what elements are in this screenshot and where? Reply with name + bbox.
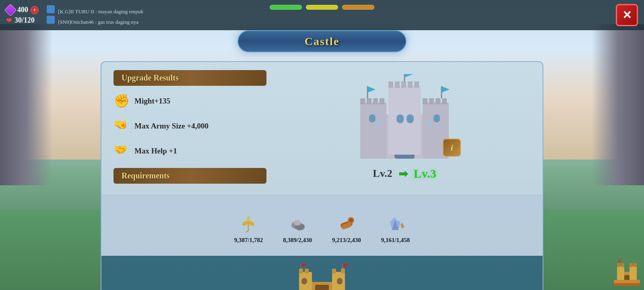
svg-rect-64 [621, 263, 624, 267]
chat-message-1: [K.G]II TURU II : mayan daging empuk [47, 5, 143, 15]
svg-rect-8 [380, 98, 384, 104]
svg-rect-65 [630, 263, 633, 267]
gem-plus-button[interactable]: + [31, 6, 39, 14]
svg-marker-45 [400, 223, 405, 229]
teal-panel: Castle Wall: Lv.2 Proceed [101, 256, 543, 290]
crystal-icon [386, 213, 406, 234]
svg-marker-59 [343, 264, 348, 267]
main-card: Upgrade Results ✊ Might+135 🤜 Max Army S… [101, 61, 543, 290]
arrow-icon: ➡ [398, 167, 408, 180]
svg-rect-16 [408, 81, 413, 88]
chat-message-2: [SN0]Onichan46 : gas trus daging nya [47, 16, 143, 25]
svg-point-33 [246, 218, 251, 221]
svg-rect-12 [442, 98, 447, 104]
svg-rect-52 [341, 269, 345, 273]
wheat-icon [238, 213, 258, 234]
chat-icon-1 [47, 5, 55, 13]
wheat-count: 9,387/1,782 [234, 237, 263, 244]
upgrade-item-army: 🤜 Max Army Size +4,000 [114, 118, 266, 134]
svg-marker-23 [367, 86, 376, 93]
dialog-title: Castle [305, 35, 340, 48]
center-panel: i Lv.2 ➡ Lv.3 [279, 70, 530, 191]
help-label: Max Help +1 [134, 147, 177, 155]
upgrade-item-help: 🤝 Max Help +1 [114, 143, 266, 159]
crystal-count: 9,161/1,458 [381, 237, 410, 244]
upgrade-results-header: Upgrade Results [114, 70, 266, 86]
bottom-right-castle-icon[interactable] [614, 260, 640, 286]
stone-icon [287, 213, 308, 234]
wood-icon [336, 213, 357, 234]
svg-rect-9 [423, 98, 427, 104]
svg-rect-14 [395, 81, 400, 88]
progress-bar-1 [270, 5, 302, 10]
svg-rect-10 [429, 98, 434, 104]
svg-rect-7 [373, 98, 378, 104]
chat-area: [K.G]II TURU II : mayan daging empuk [SN… [47, 5, 143, 25]
gem-icon [4, 4, 17, 16]
hp-display: 30/120 [14, 16, 35, 25]
resources-row: 9,387/1,782 8,389/2,430 [114, 207, 530, 250]
army-label: Max Army Size +4,000 [134, 122, 208, 130]
upgrade-panel: Upgrade Results ✊ Might+135 🤜 Max Army S… [114, 70, 266, 191]
level-from: Lv.2 [373, 168, 392, 180]
svg-point-41 [349, 218, 353, 222]
heart-icon: ❤ [6, 16, 12, 25]
svg-rect-11 [436, 98, 440, 104]
svg-rect-51 [332, 269, 336, 273]
wood-count: 9,213/2,430 [332, 237, 361, 244]
cliff-left [0, 24, 52, 185]
svg-rect-18 [396, 114, 404, 123]
svg-rect-13 [388, 81, 393, 88]
svg-rect-20 [369, 114, 376, 122]
svg-rect-17 [414, 81, 419, 88]
svg-rect-15 [401, 81, 406, 88]
gem-resource-row: 400 + [6, 6, 39, 14]
svg-marker-25 [442, 86, 450, 93]
svg-rect-55 [337, 278, 343, 284]
svg-rect-4 [388, 86, 421, 155]
svg-rect-54 [301, 278, 307, 284]
svg-rect-29 [428, 122, 432, 126]
level-row: Lv.2 ➡ Lv.3 [373, 167, 436, 180]
svg-marker-57 [301, 264, 307, 267]
svg-rect-5 [360, 98, 365, 104]
svg-rect-28 [376, 122, 380, 126]
castle-wall-svg [296, 264, 348, 290]
main-dialog: Castle Upgrade Results ✊ Might+135 🤜 [101, 30, 543, 290]
gem-count: 400 [17, 6, 28, 14]
top-progress-bars [270, 5, 374, 10]
close-button[interactable]: ✕ [616, 4, 638, 26]
top-bar-left: 400 + ❤ 30/120 [6, 6, 39, 25]
resources-panel: 9,387/1,782 8,389/2,430 [101, 195, 543, 256]
might-icon: ✊ [114, 93, 130, 109]
svg-rect-50 [305, 269, 309, 273]
svg-rect-6 [367, 98, 372, 104]
svg-rect-63 [617, 263, 620, 267]
info-button[interactable]: i [443, 139, 461, 157]
help-icon: 🤝 [114, 143, 130, 159]
progress-bar-2 [306, 5, 338, 10]
svg-line-34 [246, 231, 248, 232]
cliff-right [592, 24, 644, 185]
hp-resource-row: ❤ 30/120 [6, 16, 39, 25]
resource-item-stone: 8,389/2,430 [283, 213, 312, 244]
chat-icon-2 [47, 16, 55, 24]
castle-image: i [352, 74, 457, 163]
card-top: Upgrade Results ✊ Might+135 🤜 Max Army S… [101, 62, 543, 195]
title-banner: Castle [237, 30, 407, 52]
svg-marker-69 [619, 260, 623, 262]
level-to: Lv.3 [414, 167, 436, 180]
might-label: Might+135 [134, 97, 170, 106]
svg-marker-27 [405, 74, 413, 77]
resource-item-wood: 9,213/2,430 [332, 213, 361, 244]
requirements-header: Requirements [114, 168, 266, 184]
castle-svg [352, 74, 457, 163]
svg-rect-66 [634, 263, 637, 267]
stone-count: 8,389/2,430 [283, 237, 312, 244]
svg-rect-19 [407, 114, 414, 123]
svg-rect-2 [360, 102, 386, 159]
castle-wall-area [296, 264, 348, 290]
upgrade-item-might: ✊ Might+135 [114, 93, 266, 109]
svg-rect-53 [315, 285, 329, 290]
resource-item-gem: 9,161/1,458 [381, 213, 410, 244]
